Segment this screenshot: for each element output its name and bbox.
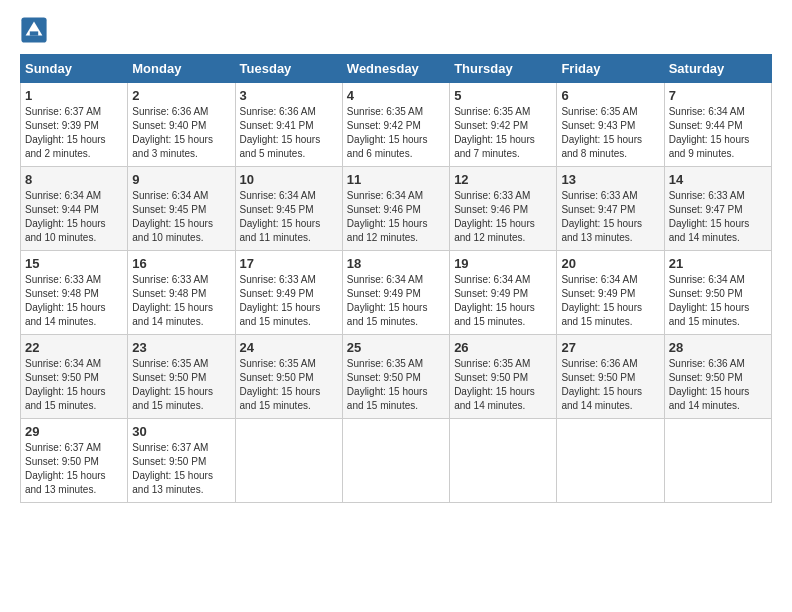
day-number: 15 bbox=[25, 256, 123, 271]
calendar-cell: 10 Sunrise: 6:34 AM Sunset: 9:45 PM Dayl… bbox=[235, 167, 342, 251]
day-number: 22 bbox=[25, 340, 123, 355]
calendar-cell: 11 Sunrise: 6:34 AM Sunset: 9:46 PM Dayl… bbox=[342, 167, 449, 251]
day-number: 14 bbox=[669, 172, 767, 187]
day-info: Sunrise: 6:33 AM Sunset: 9:47 PM Dayligh… bbox=[561, 189, 659, 245]
calendar-cell bbox=[342, 419, 449, 503]
header-friday: Friday bbox=[557, 55, 664, 83]
calendar-cell: 2 Sunrise: 6:36 AM Sunset: 9:40 PM Dayli… bbox=[128, 83, 235, 167]
day-info: Sunrise: 6:37 AM Sunset: 9:39 PM Dayligh… bbox=[25, 105, 123, 161]
day-info: Sunrise: 6:33 AM Sunset: 9:46 PM Dayligh… bbox=[454, 189, 552, 245]
day-number: 3 bbox=[240, 88, 338, 103]
day-info: Sunrise: 6:34 AM Sunset: 9:45 PM Dayligh… bbox=[132, 189, 230, 245]
calendar-week-row: 29 Sunrise: 6:37 AM Sunset: 9:50 PM Dayl… bbox=[21, 419, 772, 503]
day-number: 16 bbox=[132, 256, 230, 271]
day-number: 21 bbox=[669, 256, 767, 271]
calendar-cell: 30 Sunrise: 6:37 AM Sunset: 9:50 PM Dayl… bbox=[128, 419, 235, 503]
day-number: 25 bbox=[347, 340, 445, 355]
day-number: 7 bbox=[669, 88, 767, 103]
day-info: Sunrise: 6:34 AM Sunset: 9:46 PM Dayligh… bbox=[347, 189, 445, 245]
header-thursday: Thursday bbox=[450, 55, 557, 83]
day-info: Sunrise: 6:35 AM Sunset: 9:43 PM Dayligh… bbox=[561, 105, 659, 161]
calendar-cell: 19 Sunrise: 6:34 AM Sunset: 9:49 PM Dayl… bbox=[450, 251, 557, 335]
day-info: Sunrise: 6:35 AM Sunset: 9:42 PM Dayligh… bbox=[454, 105, 552, 161]
day-info: Sunrise: 6:36 AM Sunset: 9:40 PM Dayligh… bbox=[132, 105, 230, 161]
calendar-cell: 29 Sunrise: 6:37 AM Sunset: 9:50 PM Dayl… bbox=[21, 419, 128, 503]
day-info: Sunrise: 6:36 AM Sunset: 9:41 PM Dayligh… bbox=[240, 105, 338, 161]
day-number: 29 bbox=[25, 424, 123, 439]
logo bbox=[20, 16, 52, 44]
calendar-cell: 1 Sunrise: 6:37 AM Sunset: 9:39 PM Dayli… bbox=[21, 83, 128, 167]
calendar-cell bbox=[450, 419, 557, 503]
calendar-cell: 25 Sunrise: 6:35 AM Sunset: 9:50 PM Dayl… bbox=[342, 335, 449, 419]
calendar-cell: 6 Sunrise: 6:35 AM Sunset: 9:43 PM Dayli… bbox=[557, 83, 664, 167]
calendar-week-row: 15 Sunrise: 6:33 AM Sunset: 9:48 PM Dayl… bbox=[21, 251, 772, 335]
calendar-cell: 12 Sunrise: 6:33 AM Sunset: 9:46 PM Dayl… bbox=[450, 167, 557, 251]
day-info: Sunrise: 6:33 AM Sunset: 9:49 PM Dayligh… bbox=[240, 273, 338, 329]
day-info: Sunrise: 6:34 AM Sunset: 9:45 PM Dayligh… bbox=[240, 189, 338, 245]
day-info: Sunrise: 6:36 AM Sunset: 9:50 PM Dayligh… bbox=[669, 357, 767, 413]
calendar-cell: 4 Sunrise: 6:35 AM Sunset: 9:42 PM Dayli… bbox=[342, 83, 449, 167]
calendar-cell: 16 Sunrise: 6:33 AM Sunset: 9:48 PM Dayl… bbox=[128, 251, 235, 335]
page-header bbox=[20, 16, 772, 44]
day-number: 4 bbox=[347, 88, 445, 103]
calendar-week-row: 1 Sunrise: 6:37 AM Sunset: 9:39 PM Dayli… bbox=[21, 83, 772, 167]
header-saturday: Saturday bbox=[664, 55, 771, 83]
calendar-cell: 7 Sunrise: 6:34 AM Sunset: 9:44 PM Dayli… bbox=[664, 83, 771, 167]
calendar-header-row: SundayMondayTuesdayWednesdayThursdayFrid… bbox=[21, 55, 772, 83]
day-info: Sunrise: 6:34 AM Sunset: 9:44 PM Dayligh… bbox=[669, 105, 767, 161]
calendar-week-row: 22 Sunrise: 6:34 AM Sunset: 9:50 PM Dayl… bbox=[21, 335, 772, 419]
day-number: 24 bbox=[240, 340, 338, 355]
day-number: 28 bbox=[669, 340, 767, 355]
calendar-cell: 24 Sunrise: 6:35 AM Sunset: 9:50 PM Dayl… bbox=[235, 335, 342, 419]
day-number: 1 bbox=[25, 88, 123, 103]
day-info: Sunrise: 6:33 AM Sunset: 9:48 PM Dayligh… bbox=[132, 273, 230, 329]
calendar-cell: 18 Sunrise: 6:34 AM Sunset: 9:49 PM Dayl… bbox=[342, 251, 449, 335]
day-info: Sunrise: 6:34 AM Sunset: 9:49 PM Dayligh… bbox=[561, 273, 659, 329]
calendar-cell: 9 Sunrise: 6:34 AM Sunset: 9:45 PM Dayli… bbox=[128, 167, 235, 251]
day-info: Sunrise: 6:34 AM Sunset: 9:49 PM Dayligh… bbox=[347, 273, 445, 329]
day-number: 2 bbox=[132, 88, 230, 103]
calendar-cell: 17 Sunrise: 6:33 AM Sunset: 9:49 PM Dayl… bbox=[235, 251, 342, 335]
calendar-cell: 22 Sunrise: 6:34 AM Sunset: 9:50 PM Dayl… bbox=[21, 335, 128, 419]
day-number: 20 bbox=[561, 256, 659, 271]
day-number: 30 bbox=[132, 424, 230, 439]
day-number: 11 bbox=[347, 172, 445, 187]
calendar-cell: 8 Sunrise: 6:34 AM Sunset: 9:44 PM Dayli… bbox=[21, 167, 128, 251]
header-sunday: Sunday bbox=[21, 55, 128, 83]
day-info: Sunrise: 6:35 AM Sunset: 9:50 PM Dayligh… bbox=[347, 357, 445, 413]
day-info: Sunrise: 6:34 AM Sunset: 9:50 PM Dayligh… bbox=[25, 357, 123, 413]
calendar-cell: 23 Sunrise: 6:35 AM Sunset: 9:50 PM Dayl… bbox=[128, 335, 235, 419]
day-info: Sunrise: 6:34 AM Sunset: 9:49 PM Dayligh… bbox=[454, 273, 552, 329]
day-number: 10 bbox=[240, 172, 338, 187]
calendar-week-row: 8 Sunrise: 6:34 AM Sunset: 9:44 PM Dayli… bbox=[21, 167, 772, 251]
day-number: 23 bbox=[132, 340, 230, 355]
logo-icon bbox=[20, 16, 48, 44]
day-number: 17 bbox=[240, 256, 338, 271]
header-tuesday: Tuesday bbox=[235, 55, 342, 83]
calendar-table: SundayMondayTuesdayWednesdayThursdayFrid… bbox=[20, 54, 772, 503]
calendar-cell bbox=[235, 419, 342, 503]
calendar-cell bbox=[557, 419, 664, 503]
calendar-cell bbox=[664, 419, 771, 503]
calendar-cell: 26 Sunrise: 6:35 AM Sunset: 9:50 PM Dayl… bbox=[450, 335, 557, 419]
day-number: 19 bbox=[454, 256, 552, 271]
day-number: 9 bbox=[132, 172, 230, 187]
day-info: Sunrise: 6:34 AM Sunset: 9:50 PM Dayligh… bbox=[669, 273, 767, 329]
calendar-cell: 3 Sunrise: 6:36 AM Sunset: 9:41 PM Dayli… bbox=[235, 83, 342, 167]
svg-rect-2 bbox=[30, 31, 38, 35]
day-number: 12 bbox=[454, 172, 552, 187]
day-number: 26 bbox=[454, 340, 552, 355]
calendar-cell: 13 Sunrise: 6:33 AM Sunset: 9:47 PM Dayl… bbox=[557, 167, 664, 251]
day-info: Sunrise: 6:37 AM Sunset: 9:50 PM Dayligh… bbox=[25, 441, 123, 497]
calendar-cell: 15 Sunrise: 6:33 AM Sunset: 9:48 PM Dayl… bbox=[21, 251, 128, 335]
calendar-cell: 21 Sunrise: 6:34 AM Sunset: 9:50 PM Dayl… bbox=[664, 251, 771, 335]
header-wednesday: Wednesday bbox=[342, 55, 449, 83]
day-number: 8 bbox=[25, 172, 123, 187]
day-info: Sunrise: 6:33 AM Sunset: 9:47 PM Dayligh… bbox=[669, 189, 767, 245]
day-number: 27 bbox=[561, 340, 659, 355]
day-number: 18 bbox=[347, 256, 445, 271]
calendar-cell: 14 Sunrise: 6:33 AM Sunset: 9:47 PM Dayl… bbox=[664, 167, 771, 251]
day-number: 13 bbox=[561, 172, 659, 187]
day-info: Sunrise: 6:35 AM Sunset: 9:42 PM Dayligh… bbox=[347, 105, 445, 161]
calendar-cell: 27 Sunrise: 6:36 AM Sunset: 9:50 PM Dayl… bbox=[557, 335, 664, 419]
